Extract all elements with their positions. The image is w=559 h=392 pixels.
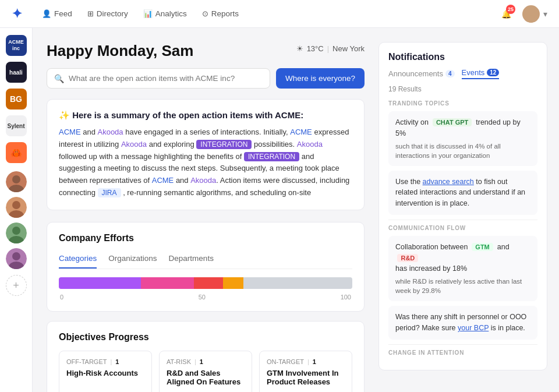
tag-integration-1: INTEGRATION xyxy=(196,140,252,149)
bar-seg-5 xyxy=(243,277,352,289)
objectives-grid: OFF-TARGET | 1 High-Risk Accounts xyxy=(59,351,352,392)
bar-label-100: 100 xyxy=(341,294,351,301)
content-area: Happy Monday, Sam ☀ 13°C | New York 🔍 Wh… xyxy=(33,28,559,392)
svg-point-1 xyxy=(524,17,538,23)
sidebar-logo-bg[interactable]: BG xyxy=(6,89,27,110)
announcements-label: Announcements xyxy=(388,69,443,78)
directory-icon: ⊞ xyxy=(87,9,94,18)
user-avatar-2[interactable] xyxy=(6,197,27,218)
bar-seg-2 xyxy=(141,277,194,289)
notif-item-bcp: Was there any shift in personnel or OOO … xyxy=(388,306,537,340)
bcp-link[interactable]: your BCP xyxy=(458,324,489,332)
obj-label-row-3: ON-TARGET | 1 xyxy=(267,358,345,365)
location: New York xyxy=(332,44,365,53)
notifications-card: Notifications Announcements 4 Events 12 … xyxy=(378,42,547,370)
user-avatar xyxy=(522,5,540,23)
bar-chart xyxy=(59,277,352,289)
events-label: Events xyxy=(462,68,485,77)
bar-seg-1 xyxy=(59,277,141,289)
obj-card-off-target: OFF-TARGET | 1 High-Risk Accounts xyxy=(59,351,152,392)
top-navigation: ✦ 👤 Feed ⊞ Directory 📊 Analytics ⊙ Repor… xyxy=(0,0,559,28)
svg-point-3 xyxy=(12,175,20,183)
main-panel: Happy Monday, Sam ☀ 13°C | New York 🔍 Wh… xyxy=(33,28,378,392)
tag-jira-1: JIRA xyxy=(98,188,121,197)
tab-departments[interactable]: Departments xyxy=(169,252,214,269)
obj-count-2: 1 xyxy=(200,358,203,365)
temperature: 13°C xyxy=(307,44,324,53)
company-efforts-tabs: Categories Organizations Departments xyxy=(59,252,352,269)
tab-organizations[interactable]: Organizations xyxy=(108,252,157,269)
tab-categories[interactable]: Categories xyxy=(59,252,97,269)
obj-card-at-risk: AT-RISK | 1 R&D and Sales Aligned On Fea… xyxy=(159,351,252,392)
tag-akooda-3: Akooda xyxy=(297,140,323,149)
tag-akooda-1: Akooda xyxy=(97,128,123,136)
nav-reports[interactable]: ⊙ Reports xyxy=(196,6,245,22)
tag-acme-1: ACME xyxy=(59,128,81,136)
brand-logo: ✦ xyxy=(12,6,22,22)
search-icon: 🔍 xyxy=(54,74,64,83)
notif-divider-2 xyxy=(388,344,537,345)
user-avatar-1[interactable] xyxy=(6,171,27,192)
tag-gtm: GTM xyxy=(472,243,493,251)
notif-tab-events[interactable]: Events 12 xyxy=(462,68,500,79)
advance-search-link[interactable]: advance search xyxy=(423,178,474,186)
events-count: 12 xyxy=(487,69,499,76)
company-efforts-card: Company Efforts Categories Organizations… xyxy=(47,222,365,312)
objectives-card: Objectives Progress OFF-TARGET | 1 High-… xyxy=(47,321,365,392)
notif-chatgpt-text: Activity on CHAT GPT trended up by 5% xyxy=(395,117,530,139)
sidebar: ACMEinc haali BG Sylent 🦀 + xyxy=(0,28,33,392)
notif-chatgpt-sub: such that it is discussed in 4% of all i… xyxy=(395,142,530,160)
svg-point-12 xyxy=(12,252,20,260)
nav-directory[interactable]: ⊞ Directory xyxy=(82,6,134,22)
where-everyone-button[interactable]: Where is everyone? xyxy=(276,68,365,89)
obj-card-on-target: ON-TARGET | 1 GTM Involvement In Product… xyxy=(259,351,352,392)
search-input[interactable] xyxy=(69,69,263,88)
nav-analytics[interactable]: 📊 Analytics xyxy=(137,6,193,22)
sidebar-logo-haali[interactable]: haali xyxy=(6,62,27,83)
notif-item-collab: Collaboration between GTM and R&D has in… xyxy=(388,236,537,301)
notifications-title: Notifications xyxy=(388,52,445,62)
obj-count-3: 1 xyxy=(313,358,316,365)
obj-status-label-3: ON-TARGET xyxy=(267,358,304,365)
obj-count-1: 1 xyxy=(115,358,119,365)
sidebar-logo-krusty[interactable]: 🦀 xyxy=(6,142,27,163)
greeting-title: Happy Monday, Sam xyxy=(47,42,193,60)
notif-divider-1 xyxy=(388,220,537,220)
obj-status-label-2: AT-RISK xyxy=(167,358,191,365)
search-row: 🔍 Where is everyone? xyxy=(47,68,365,89)
notif-tab-announcements[interactable]: Announcements 4 xyxy=(388,68,455,79)
bar-labels: 0 50 100 xyxy=(59,294,352,301)
nav-analytics-label: Analytics xyxy=(155,9,187,18)
sidebar-logo-acme[interactable]: ACMEinc xyxy=(6,35,27,56)
nav-feed[interactable]: 👤 Feed xyxy=(36,6,78,22)
bar-seg-4 xyxy=(223,277,243,289)
objectives-title: Objectives Progress xyxy=(59,332,352,342)
feed-icon: 👤 xyxy=(42,9,51,18)
notification-button[interactable]: 🔔 25 xyxy=(497,5,515,23)
bar-label-50: 50 xyxy=(199,294,206,301)
bar-label-0: 0 xyxy=(60,294,63,301)
obj-label-row-1: OFF-TARGET | 1 xyxy=(66,358,144,365)
weather-icon: ☀ xyxy=(296,44,303,53)
analytics-icon: 📊 xyxy=(143,9,153,18)
nav-directory-label: Directory xyxy=(97,9,128,18)
notification-badge: 25 xyxy=(506,5,515,14)
tag-integration-2: INTEGRATION xyxy=(244,152,299,161)
tag-acme-2: ACME xyxy=(290,128,312,136)
summary-title: ✨ Here is a summary of the open action i… xyxy=(59,110,352,121)
add-workspace-button[interactable]: + xyxy=(6,275,27,296)
notif-bcp-text: Was there any shift in personnel or OOO … xyxy=(395,312,530,334)
section-attention: CHANGE IN ATTENTION xyxy=(388,349,537,356)
summary-card: ✨ Here is a summary of the open action i… xyxy=(47,99,365,210)
section-commflow: COMMUNICATION FLOW xyxy=(388,225,537,231)
sidebar-logo-sylent[interactable]: Sylent xyxy=(6,115,27,136)
nav-right: 🔔 25 ▾ xyxy=(497,5,547,23)
obj-title-2: R&D and Sales Aligned On Features xyxy=(167,369,245,386)
user-menu[interactable]: ▾ xyxy=(522,5,547,23)
user-avatar-3[interactable] xyxy=(6,223,27,243)
obj-label-row-2: AT-RISK | 1 xyxy=(167,358,245,365)
user-avatar-4[interactable] xyxy=(6,248,27,269)
tag-rd: R&D xyxy=(397,254,418,262)
weather-info: ☀ 13°C | New York xyxy=(296,44,365,53)
announcements-count: 4 xyxy=(445,70,455,77)
